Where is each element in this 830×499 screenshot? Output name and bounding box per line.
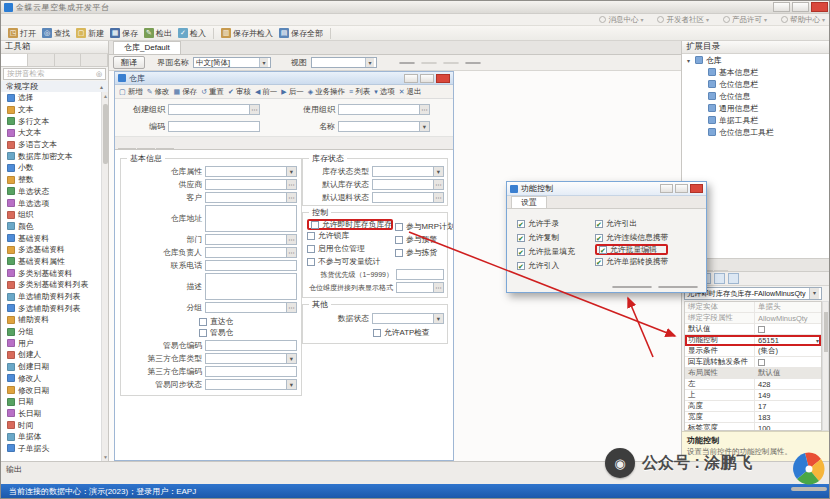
window-control-button[interactable]	[690, 184, 703, 193]
toolbox-item[interactable]: 整数	[1, 174, 101, 186]
toolbox-item[interactable]: 单选选项	[1, 197, 101, 209]
toolbar-icon-button[interactable]	[440, 27, 452, 39]
checkbox-box[interactable]	[199, 318, 207, 326]
property-value[interactable]: 428	[755, 380, 821, 389]
field-suffix-icon[interactable]: ▾	[433, 167, 443, 176]
toolbox-item[interactable]: 基础资料属性	[1, 256, 101, 268]
field-input[interactable]: ⋯	[372, 192, 444, 203]
window-control-button[interactable]	[660, 184, 673, 193]
dialog-button[interactable]	[612, 286, 652, 288]
toolbar-button[interactable]: ◎ 查找	[39, 27, 73, 40]
toolbox-item[interactable]: 用户	[1, 337, 101, 349]
checkbox-box[interactable]	[395, 223, 403, 231]
checkbox-box[interactable]: ✔	[517, 234, 525, 242]
checkbox-box[interactable]	[307, 245, 315, 253]
window-control-button[interactable]	[436, 74, 450, 83]
checkbox[interactable]: 允许锁库	[307, 230, 393, 241]
toolbox-item[interactable]: 多类别基础资料列表	[1, 279, 101, 291]
checkbox-box[interactable]	[311, 221, 319, 229]
form-toolbar-button[interactable]: ▢ 新增	[119, 87, 143, 97]
toolbar-button[interactable]: ▢ 新建	[73, 27, 107, 40]
window-control-button[interactable]	[404, 74, 418, 83]
toolbar-icon-button[interactable]	[455, 27, 467, 39]
property-value[interactable]: AllowMinusQty	[755, 314, 821, 323]
scrollbar-thumb[interactable]	[103, 104, 108, 164]
toolbar-button[interactable]: ✎ 检出	[141, 27, 175, 40]
checkbox-box[interactable]	[395, 249, 403, 257]
toolbox-item[interactable]: 多语言文本	[1, 139, 101, 151]
property-row[interactable]: 显示条件 (集合)	[685, 346, 821, 357]
form-toolbar-button[interactable]: ▾ 选项	[374, 87, 395, 97]
right-panel-tab[interactable]	[714, 270, 728, 271]
quick-link[interactable]: 消息中心 ▾	[599, 15, 643, 25]
tree-item[interactable]: 通用信息栏	[682, 102, 830, 114]
field-input[interactable]	[205, 366, 297, 377]
layout-action-button[interactable]	[399, 62, 415, 64]
field-input[interactable]	[168, 121, 260, 132]
property-toolbar-icon[interactable]	[714, 273, 725, 284]
form-tab[interactable]	[156, 148, 174, 149]
toolbox-item[interactable]: 颜色	[1, 221, 101, 233]
toolbox-item[interactable]: 长日期	[1, 408, 101, 420]
toolbar-icon-button[interactable]	[410, 27, 422, 39]
field-input[interactable]: ⋯	[205, 302, 297, 313]
field-input[interactable]: ⋯	[372, 179, 444, 190]
checkbox[interactable]: ✔ 允许连续信息携带	[595, 232, 668, 243]
toolbox-scrollbar[interactable]: ▲ ▼	[101, 92, 108, 461]
toolbox-item[interactable]: 单选辅助资料列表	[1, 291, 101, 303]
toolbar-icon-button[interactable]	[335, 27, 347, 39]
form-tab[interactable]	[137, 148, 155, 149]
checkbox[interactable]: 不参与可发量统计	[307, 256, 393, 267]
checkbox-box[interactable]	[307, 232, 315, 240]
field-input[interactable]: ⋯	[205, 247, 297, 258]
property-row[interactable]: 绑定实体 单据头	[685, 302, 821, 313]
scroll-up-icon[interactable]: ▲	[102, 93, 109, 99]
tree-item[interactable]: 仓位信息栏	[682, 78, 830, 90]
toolbox-item[interactable]: 多类别基础资料	[1, 267, 101, 279]
toolbar-icon-button[interactable]	[500, 27, 512, 39]
checkbox-box[interactable]: ✔	[595, 234, 603, 242]
checkbox[interactable]: 允许ATP检查	[373, 327, 444, 338]
field-suffix-icon[interactable]: ⋯	[433, 283, 443, 292]
toolbox-item[interactable]: 单选状态	[1, 186, 101, 198]
toolbox-item[interactable]: 单据体	[1, 431, 101, 443]
field-input[interactable]: ⋯	[205, 234, 297, 245]
toolbar-icon-button[interactable]	[425, 27, 437, 39]
quick-link[interactable]: 产品许可 ▾	[723, 15, 767, 25]
toolbar-icon-button[interactable]	[380, 27, 392, 39]
checkbox-box[interactable]	[373, 329, 381, 337]
checkbox[interactable]: 参与预警	[395, 234, 453, 245]
property-value[interactable]: (集合)	[755, 346, 821, 356]
window-control-button[interactable]	[792, 2, 809, 12]
property-value[interactable]: 17	[755, 402, 821, 411]
field-input[interactable]	[205, 205, 297, 232]
toolbox-item[interactable]: 多选辅助资料列表	[1, 302, 101, 314]
field-suffix-icon[interactable]: ⋯	[286, 235, 296, 244]
toolbar-icon-button[interactable]	[350, 27, 362, 39]
checkbox[interactable]: 参与MRP计划	[395, 221, 453, 232]
toolbox-search[interactable]: 按拼音检索 ◎	[3, 68, 106, 80]
checkbox[interactable]: ✔ 允许批量编辑	[595, 244, 668, 255]
checkbox[interactable]: 允许即时库存负库存	[307, 219, 393, 230]
checkbox[interactable]: ✔ 允许单据转换携带	[595, 256, 668, 267]
toolbox-tab[interactable]	[55, 54, 82, 66]
checkbox-box[interactable]: ✔	[517, 220, 525, 228]
toolbox-tab[interactable]	[81, 54, 108, 66]
property-value[interactable]: 65151 ▾	[755, 336, 821, 345]
toolbox-item[interactable]: 子单据头	[1, 443, 101, 455]
property-value[interactable]: 100	[755, 424, 821, 432]
dialog-tab[interactable]: 设置	[511, 196, 547, 208]
field-input[interactable]: ⋯	[205, 179, 297, 190]
field-suffix-icon[interactable]: ⋯	[419, 105, 429, 114]
tree-item[interactable]: 单据工具栏	[682, 114, 830, 126]
toolbar-button[interactable]: ▥ 保存并检入	[218, 27, 276, 40]
toolbox-item[interactable]: 多行文本	[1, 115, 101, 127]
language-select[interactable]: 中文[简体] ▾	[193, 57, 271, 68]
toolbox-item[interactable]: 时间	[1, 419, 101, 431]
field-input[interactable]	[205, 273, 297, 300]
field-input[interactable]: ▾	[338, 121, 430, 132]
field-suffix-icon[interactable]: ▾	[286, 380, 296, 389]
window-control-button[interactable]	[773, 2, 790, 12]
field-input[interactable]: ▾	[205, 353, 297, 364]
checkbox[interactable]: ✔ 允许复制	[517, 232, 575, 243]
